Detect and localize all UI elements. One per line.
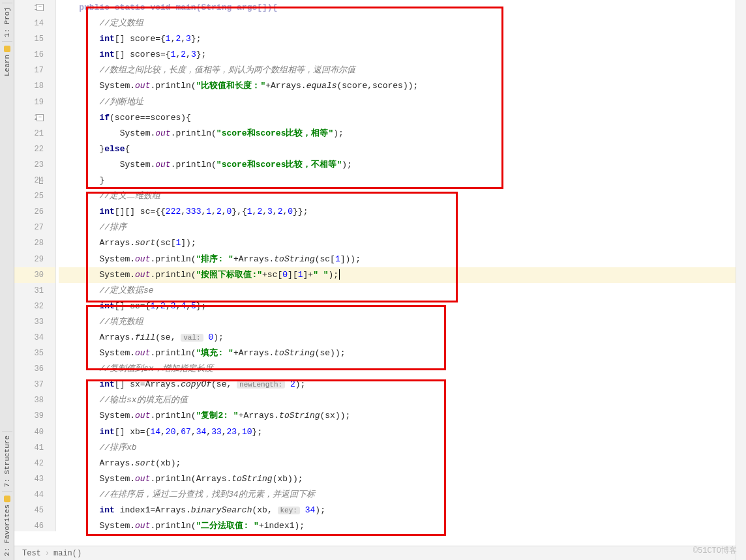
gutter-line: 29 xyxy=(14,252,55,267)
gutter-line: 15 xyxy=(14,31,55,47)
code-line[interactable]: int[] score={1,2,3}; xyxy=(59,31,736,47)
gutter-line: 38 xyxy=(14,392,55,408)
code-line[interactable]: Arrays.fill(se, val: 0); xyxy=(59,330,736,346)
gutter-line: 40 xyxy=(14,424,55,440)
gutter-line: 33 xyxy=(14,314,55,330)
gutter-line: 24 xyxy=(14,173,55,188)
gutter-line: 21 xyxy=(14,126,55,141)
code-line[interactable]: //在排序后，通过二分查找，找到34的元素，并返回下标 xyxy=(59,487,736,503)
gutter-line: 18 xyxy=(14,78,55,94)
text-caret xyxy=(339,269,340,280)
inlay-hint: newLength: xyxy=(237,381,285,389)
code-line[interactable]: int[] se={1,2,3,4,5}; xyxy=(59,299,736,314)
ide-window: 1: Proj Learn 7: Structure 2: Favorites … xyxy=(0,0,746,560)
code-line[interactable]: }else{ xyxy=(59,141,736,157)
gutter-line: 16 xyxy=(14,47,55,63)
gutter-line: 36 xyxy=(14,361,55,377)
code-line[interactable]: public static void main(String args[]){ xyxy=(59,0,736,16)
line-number-gutter: 13− 14 15 16 17 18 19 20− 21 22 23 24 25… xyxy=(14,0,56,531)
gutter-line: 17 xyxy=(14,63,55,78)
tool-window-left-rail: 1: Proj Learn 7: Structure 2: Favorites xyxy=(0,0,14,560)
code-line[interactable]: //定义二维数组 xyxy=(59,188,736,204)
gutter-line: 35 xyxy=(14,346,55,361)
code-line[interactable]: //填充数组 xyxy=(59,314,736,330)
gutter-line: 28 xyxy=(14,235,55,251)
gutter-line: 26 xyxy=(14,204,55,220)
code-line[interactable]: int[][] sc={{222,333,1,2,0},{1,2,3,2,0}}… xyxy=(59,204,736,220)
code-line[interactable]: System.out.println("填充: "+Arrays.toStrin… xyxy=(59,346,736,361)
code-line[interactable]: int[] sx=Arrays.copyOf(se, newLength: 2)… xyxy=(59,377,736,392)
code-line[interactable]: //排序 xyxy=(59,220,736,235)
code-line[interactable]: Arrays.sort(sc[1]); xyxy=(59,235,736,251)
fold-minus-icon[interactable]: − xyxy=(37,114,44,121)
code-line[interactable]: System.out.println("按照下标取值:"+sc[0][1]+" … xyxy=(59,267,736,283)
watermark: ©51CTO博客 xyxy=(693,545,737,556)
right-rail xyxy=(736,0,746,560)
code-line[interactable]: System.out.println("排序: "+Arrays.toStrin… xyxy=(59,252,736,267)
gutter-line: 23 xyxy=(14,157,55,173)
breadcrumb-bar: Test › main() xyxy=(14,546,736,560)
gutter-line: 32 xyxy=(14,299,55,314)
gutter-line: 13− xyxy=(14,0,55,16)
gutter-line: 30 xyxy=(14,267,55,283)
gutter-line: 34 xyxy=(14,330,55,346)
code-editor[interactable]: 13− 14 15 16 17 18 19 20− 21 22 23 24 25… xyxy=(14,0,736,546)
code-area[interactable]: public static void main(String args[]){ … xyxy=(56,0,736,546)
inlay-hint: key: xyxy=(278,507,300,514)
code-line[interactable]: if(score==scores){ xyxy=(59,110,736,126)
rail-tab-project[interactable]: 1: Proj xyxy=(2,3,12,41)
code-line[interactable]: //定义数组 xyxy=(59,16,736,31)
chevron-right-icon: › xyxy=(44,549,51,558)
code-line[interactable]: int[] scores={1,2,3}; xyxy=(59,47,736,63)
gutter-line: 43 xyxy=(14,471,55,487)
code-line[interactable]: } xyxy=(59,173,736,188)
code-line[interactable]: System.out.println("score和scores比较，相等"); xyxy=(59,126,736,141)
code-line[interactable]: Arrays.sort(xb); xyxy=(59,456,736,471)
gutter-line: 27 xyxy=(14,220,55,235)
gutter-line: 41 xyxy=(14,440,55,456)
gutter-line: 19 xyxy=(14,95,55,110)
inlay-hint: val: xyxy=(181,334,203,342)
breadcrumb-item[interactable]: Test xyxy=(20,549,44,558)
gutter-line: 22 xyxy=(14,141,55,157)
gutter-line: 42 xyxy=(14,456,55,471)
gutter-line: 45 xyxy=(14,503,55,518)
code-line[interactable]: int index1=Arrays.binarySearch(xb, key: … xyxy=(59,503,736,518)
editor-wrap: 13− 14 15 16 17 18 19 20− 21 22 23 24 25… xyxy=(14,0,736,560)
code-line[interactable]: int[] xb={14,20,67,34,33,23,10}; xyxy=(59,424,736,440)
gutter-line: 46 xyxy=(14,518,55,534)
gutter-line: 37 xyxy=(14,377,55,392)
gutter-line: 44 xyxy=(14,487,55,503)
gutter-line: 31 xyxy=(14,283,55,299)
code-line[interactable]: //复制值到sx，增加指定长度 xyxy=(59,361,736,377)
gutter-line: 20− xyxy=(14,110,55,126)
fold-minus-icon[interactable]: − xyxy=(37,4,44,11)
code-line[interactable]: //定义数据se xyxy=(59,283,736,299)
gutter-line: 25 xyxy=(14,188,55,204)
code-line[interactable]: //排序xb xyxy=(59,440,736,456)
code-line[interactable]: //输出sx的填充后的值 xyxy=(59,392,736,408)
rail-tab-learn[interactable]: Learn xyxy=(2,41,12,80)
gutter-line: 14 xyxy=(14,16,55,31)
rail-tab-favorites[interactable]: 2: Favorites xyxy=(2,491,12,560)
breadcrumb-item[interactable]: main() xyxy=(51,549,84,558)
code-line[interactable]: System.out.println("复制2: "+Arrays.toStri… xyxy=(59,408,736,424)
gutter-line: 39 xyxy=(14,408,55,424)
code-line[interactable]: //判断地址 xyxy=(59,95,736,110)
code-line[interactable]: System.out.println("score和scores比较，不相等")… xyxy=(59,157,736,173)
code-line[interactable]: System.out.println("比较值和长度："+Arrays.equa… xyxy=(59,78,736,94)
code-line[interactable]: //数组之间比较，长度，值相等，则认为两个数组相等，返回布尔值 xyxy=(59,63,736,78)
fold-end-icon xyxy=(39,177,43,184)
code-line[interactable]: System.out.println(Arrays.toString(xb)); xyxy=(59,471,736,487)
code-line[interactable]: System.out.println("二分法取值: "+index1); xyxy=(59,518,736,534)
rail-tab-structure[interactable]: 7: Structure xyxy=(2,431,12,491)
